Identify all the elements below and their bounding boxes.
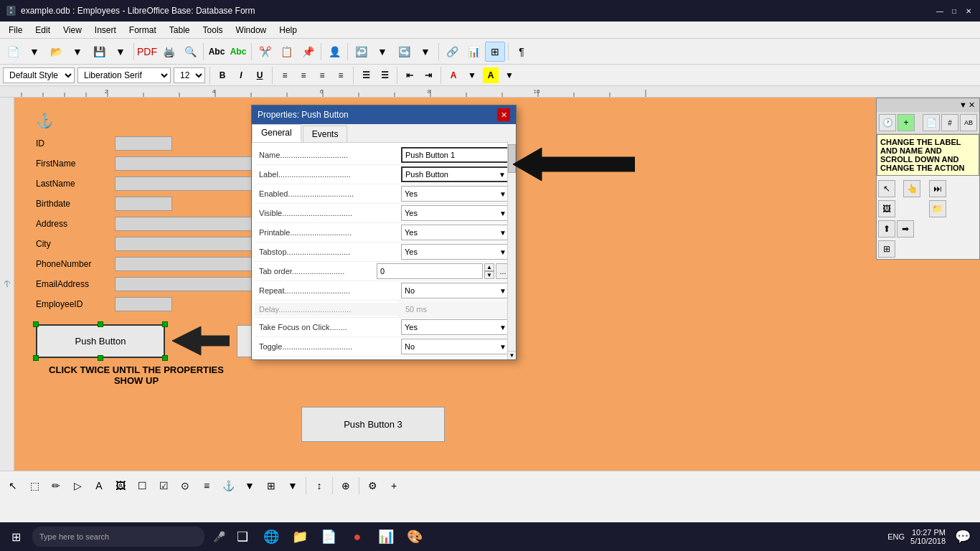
print-preview[interactable]: 🔍 [180, 42, 200, 62]
font-color-button[interactable]: A [446, 67, 461, 83]
spellcheck-abc-1[interactable]: Abc [207, 42, 227, 62]
push-button-1[interactable]: Push Button [36, 324, 165, 358]
prop-input-name[interactable] [401, 147, 510, 163]
open-dropdown[interactable]: ▼ [67, 42, 88, 62]
align-right[interactable]: ≡ [314, 67, 330, 83]
bottom-form[interactable]: ☐ [132, 476, 152, 496]
bold-button[interactable]: B [215, 67, 230, 83]
spinner-up[interactable]: ▲ [484, 263, 494, 271]
pilcrow-button[interactable]: ¶ [512, 42, 532, 62]
bottom-select[interactable]: ⬚ [24, 476, 44, 496]
tab-events[interactable]: Events [303, 126, 348, 142]
bottom-navigate[interactable]: ⊕ [336, 476, 356, 496]
spellcheck-abc-2[interactable]: Abc [228, 42, 248, 62]
taskbar-chrome[interactable]: ● [346, 525, 369, 548]
title-bar-controls[interactable]: — □ ✕ [934, 5, 974, 17]
outdent-button[interactable]: ⇤ [402, 67, 418, 83]
paste-button[interactable]: 📌 [298, 42, 318, 62]
prop-select-enabled[interactable]: Yes ▼ [401, 186, 510, 202]
close-button[interactable]: ✕ [963, 5, 974, 17]
input-employeeid[interactable] [115, 297, 172, 311]
pdf-button[interactable]: PDF [137, 42, 157, 62]
side-icon-clock[interactable]: 🕐 [879, 114, 896, 131]
push-button-3[interactable]: Push Button 3 [344, 419, 402, 430]
undo-dropdown[interactable]: ▼ [372, 42, 392, 62]
menu-insert[interactable]: Insert [89, 24, 122, 37]
taskbar-task-view[interactable]: ❑ [231, 525, 254, 548]
side-icon-pointer[interactable]: 👆 [903, 180, 920, 197]
font-select[interactable]: Liberation Serif [77, 67, 171, 83]
new-button[interactable]: 📄 [3, 42, 23, 62]
redo-dropdown[interactable]: ▼ [415, 42, 435, 62]
taskbar-libreoffice[interactable]: 📄 [317, 525, 340, 548]
bottom-label[interactable]: A [89, 476, 109, 496]
style-select[interactable]: Default Style [3, 67, 75, 83]
bottom-design[interactable]: ✏ [46, 476, 66, 496]
side-icon-scroll-right[interactable]: ➡ [897, 220, 914, 237]
list-button[interactable]: ☰ [358, 67, 374, 83]
side-panel-minimize[interactable]: ▼ [959, 100, 967, 110]
table-button[interactable]: 📊 [463, 42, 484, 62]
highlight-button[interactable]: A [483, 67, 499, 83]
save-button[interactable]: 💾 [89, 42, 109, 62]
bottom-anchor[interactable]: ⚓ [218, 476, 238, 496]
undo-button[interactable]: ↩️ [351, 42, 371, 62]
open-button[interactable]: 📂 [46, 42, 66, 62]
bottom-cursor[interactable]: ↖ [3, 476, 23, 496]
italic-button[interactable]: I [233, 67, 249, 83]
bottom-tab-order[interactable]: ↕ [309, 476, 329, 496]
side-icon-folder[interactable]: 📁 [929, 200, 946, 217]
tab-general[interactable]: General [252, 124, 301, 142]
copy-button[interactable]: 📋 [276, 42, 296, 62]
clone-button[interactable]: 👤 [324, 42, 344, 62]
prop-select-toggle[interactable]: No ▼ [401, 339, 510, 354]
maximize-button[interactable]: □ [948, 5, 960, 17]
new-dropdown[interactable]: ▼ [24, 42, 44, 62]
side-icon-scroll-up[interactable]: ⬆ [878, 220, 895, 237]
input-birthdate[interactable] [115, 197, 172, 211]
grid-button[interactable]: ⊞ [485, 42, 505, 62]
prop-select-takefocus[interactable]: Yes ▼ [401, 319, 510, 335]
highlight-dropdown[interactable]: ▼ [501, 67, 517, 83]
bottom-align-dropdown[interactable]: ▼ [283, 476, 303, 496]
minimize-button[interactable]: — [934, 5, 946, 17]
taskbar-file-explorer[interactable]: 📁 [288, 525, 311, 548]
side-icon-image[interactable]: 🖼 [878, 200, 895, 217]
menu-tools[interactable]: Tools [197, 24, 229, 37]
input-id[interactable] [115, 136, 172, 151]
bottom-anchor-dropdown[interactable]: ▼ [240, 476, 260, 496]
ordered-list-button[interactable]: ☰ [377, 67, 392, 83]
prop-select-repeat[interactable]: No ▼ [401, 283, 510, 298]
side-icon-document[interactable]: 📄 [923, 114, 940, 131]
side-icon-ab[interactable]: AB [960, 114, 977, 131]
bottom-checkbox[interactable]: ☑ [154, 476, 174, 496]
bottom-add-field[interactable]: + [384, 476, 404, 496]
align-left[interactable]: ≡ [277, 67, 293, 83]
menu-table[interactable]: Table [164, 24, 196, 37]
side-icon-table[interactable]: ⊞ [878, 240, 895, 258]
spinner-down[interactable]: ▼ [484, 271, 494, 279]
menu-file[interactable]: File [3, 24, 28, 37]
font-color-dropdown[interactable]: ▼ [464, 67, 480, 83]
bottom-image-btn[interactable]: 🖼 [110, 476, 131, 496]
dialog-close-button[interactable]: ✕ [497, 108, 510, 121]
side-icon-skip-forward[interactable]: ⏭ [929, 180, 946, 197]
bottom-list[interactable]: ≡ [197, 476, 217, 496]
side-icon-add[interactable]: + [897, 114, 915, 131]
indent-button[interactable]: ⇥ [420, 67, 436, 83]
side-icon-hash[interactable]: # [941, 114, 958, 131]
prop-select-printable[interactable]: Yes ▼ [401, 225, 510, 240]
prop-select-label[interactable]: Push Button ▼ [401, 166, 510, 182]
mic-icon[interactable]: 🎤 [213, 531, 225, 542]
menu-help[interactable]: Help [273, 24, 303, 37]
cut-button[interactable]: ✂️ [255, 42, 275, 62]
menu-window[interactable]: Window [230, 24, 273, 37]
taskbar-edge[interactable]: 🌐 [260, 525, 283, 548]
side-icon-cursor[interactable]: ↖ [878, 180, 895, 197]
menu-view[interactable]: View [57, 24, 88, 37]
start-button[interactable]: ⊞ [6, 527, 27, 547]
search-bar[interactable]: Type here to search [32, 527, 204, 547]
bottom-align[interactable]: ⊞ [261, 476, 281, 496]
taskbar-calc[interactable]: 📊 [374, 525, 397, 548]
align-justify[interactable]: ≡ [333, 67, 349, 83]
